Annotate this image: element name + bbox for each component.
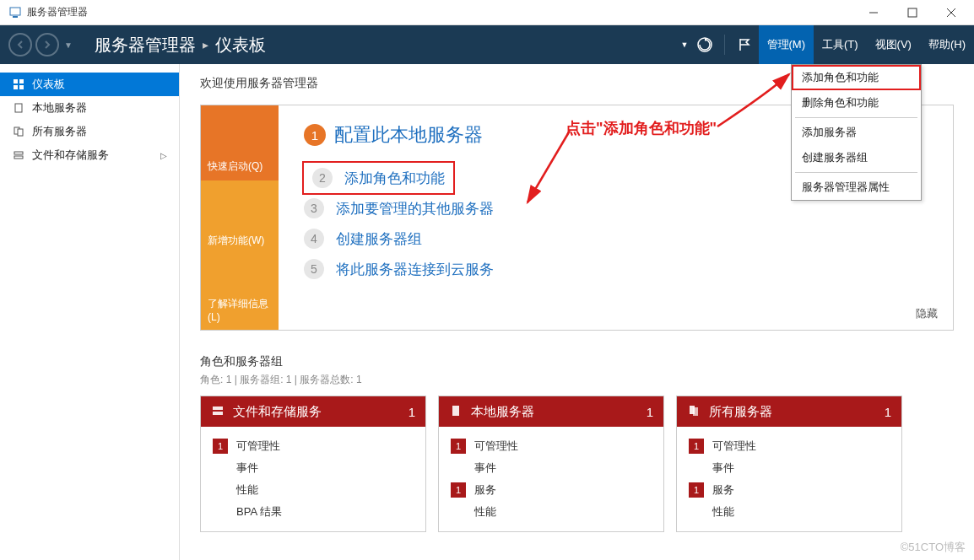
minimize-button[interactable] xyxy=(854,0,893,25)
status-badge xyxy=(213,504,228,520)
menu-view[interactable]: 视图(V) xyxy=(867,25,920,64)
tile-title: 所有服务器 xyxy=(709,404,772,420)
tile-file-storage[interactable]: 文件和存储服务 1 1可管理性 事件 性能 BPA 结果 xyxy=(200,396,426,532)
status-badge xyxy=(213,460,228,476)
tile-row-label: 性能 xyxy=(712,504,734,520)
tile-body: 1可管理性 事件 1服务 性能 xyxy=(439,427,663,531)
groups-heading: 角色和服务器组 xyxy=(200,354,954,369)
step-label: 创建服务器组 xyxy=(336,229,422,249)
hide-link[interactable]: 隐藏 xyxy=(916,306,938,321)
menu-tools[interactable]: 工具(T) xyxy=(814,25,867,64)
tile-body: 1可管理性 事件 性能 BPA 结果 xyxy=(201,427,425,531)
tile-row-label: 可管理性 xyxy=(474,439,518,454)
tile-row[interactable]: 1可管理性 xyxy=(451,435,652,457)
tile-row[interactable]: 事件 xyxy=(213,457,414,479)
step-label: 添加要管理的其他服务器 xyxy=(336,199,494,218)
svg-rect-16 xyxy=(213,407,223,410)
tile-row-label: 可管理性 xyxy=(712,439,756,454)
nav-back-button[interactable] xyxy=(8,33,32,57)
tile-row-label: 事件 xyxy=(474,460,496,476)
tile-count: 1 xyxy=(647,405,653,419)
dropdown-separator xyxy=(795,117,917,118)
tile-row-label: 可管理性 xyxy=(236,439,280,454)
tile-row[interactable]: 性能 xyxy=(213,479,414,501)
dropdown-separator xyxy=(795,172,917,173)
dashboard-icon xyxy=(12,78,25,91)
tile-row[interactable]: 1可管理性 xyxy=(213,435,414,457)
status-badge xyxy=(689,460,704,476)
svg-rect-1 xyxy=(13,16,18,18)
svg-rect-3 xyxy=(908,8,917,17)
breadcrumb-root[interactable]: 服务器管理器 xyxy=(95,34,196,57)
sidebar-item-local-server[interactable]: 本地服务器 xyxy=(0,96,179,120)
tile-row[interactable]: 性能 xyxy=(451,501,652,523)
status-badge xyxy=(213,482,228,498)
status-badge: 1 xyxy=(451,439,466,454)
tile-row[interactable]: 事件 xyxy=(689,457,890,479)
tile-row-label: BPA 结果 xyxy=(236,504,282,520)
dropdown-properties[interactable]: 服务器管理器属性 xyxy=(792,175,921,200)
tile-row-label: 服务 xyxy=(474,482,496,498)
nav-dropdown-icon[interactable]: ▼ xyxy=(64,40,73,50)
tile-row[interactable]: 1服务 xyxy=(451,479,652,501)
manage-dropdown: 添加角色和功能 删除角色和功能 添加服务器 创建服务器组 服务器管理器属性 xyxy=(791,64,922,201)
config-heading-text[interactable]: 配置此本地服务器 xyxy=(334,122,483,148)
step-number-1: 1 xyxy=(304,124,326,146)
sidebar-item-all-servers[interactable]: 所有服务器 xyxy=(0,120,179,143)
window-title: 服务器管理器 xyxy=(27,5,854,19)
svg-rect-0 xyxy=(10,8,20,15)
status-badge: 1 xyxy=(213,439,228,454)
svg-rect-10 xyxy=(19,85,24,89)
watermark: ©51CTO博客 xyxy=(901,540,966,555)
tile-row[interactable]: 事件 xyxy=(451,457,652,479)
maximize-button[interactable] xyxy=(893,0,932,25)
tile-row[interactable]: 1可管理性 xyxy=(689,435,890,457)
refresh-icon[interactable] xyxy=(690,25,719,64)
tile-row[interactable]: 性能 xyxy=(689,501,890,523)
step-connect-cloud[interactable]: 5 将此服务器连接到云服务 xyxy=(304,254,928,284)
tab-quickstart[interactable]: 快速启动(Q) xyxy=(201,105,279,180)
divider xyxy=(724,35,725,55)
dropdown-create-group[interactable]: 创建服务器组 xyxy=(792,145,921,170)
dropdown-add-server[interactable]: 添加服务器 xyxy=(792,120,921,145)
step-label: 添加角色和功能 xyxy=(344,169,445,188)
nav-forward-button[interactable] xyxy=(35,33,59,57)
sidebar-label: 仪表板 xyxy=(32,77,65,92)
sidebar-item-dashboard[interactable]: 仪表板 xyxy=(0,73,179,96)
step-add-roles[interactable]: 2 添加角色和功能 xyxy=(304,163,453,193)
close-button[interactable] xyxy=(932,0,971,25)
breadcrumb-separator-icon: ▸ xyxy=(203,38,208,51)
step-create-group[interactable]: 4 创建服务器组 xyxy=(304,223,928,254)
storage-icon xyxy=(12,148,25,162)
tile-row-label: 性能 xyxy=(236,482,258,498)
titlebar: 服务器管理器 xyxy=(0,0,974,25)
dropdown-remove-roles[interactable]: 删除角色和功能 xyxy=(792,90,921,116)
svg-rect-20 xyxy=(693,407,698,416)
flag-icon[interactable] xyxy=(730,25,759,64)
tile-count: 1 xyxy=(409,405,415,419)
tile-all-servers[interactable]: 所有服务器 1 1可管理性 事件 1服务 性能 xyxy=(676,396,902,532)
sidebar-label: 所有服务器 xyxy=(32,124,87,139)
servers-icon xyxy=(12,125,25,138)
refresh-dropdown-icon[interactable]: ▼ xyxy=(681,40,689,49)
tile-row-label: 服务 xyxy=(712,482,734,498)
menu-manage[interactable]: 管理(M) xyxy=(759,25,814,64)
storage-icon xyxy=(211,404,225,420)
menu-help[interactable]: 帮助(H) xyxy=(920,25,974,64)
tab-whatsnew[interactable]: 新增功能(W) xyxy=(201,180,279,256)
tile-row[interactable]: 1服务 xyxy=(689,479,890,501)
step-number-2: 2 xyxy=(312,168,333,188)
tile-local-server[interactable]: 本地服务器 1 1可管理性 事件 1服务 性能 xyxy=(438,396,664,532)
dropdown-add-roles[interactable]: 添加角色和功能 xyxy=(792,65,921,90)
tile-row[interactable]: BPA 结果 xyxy=(213,501,414,523)
annotation-text: 点击"添加角色和功能" xyxy=(565,118,717,138)
chevron-right-icon: ▷ xyxy=(160,151,167,160)
tile-body: 1可管理性 事件 1服务 性能 xyxy=(677,427,901,531)
sidebar-item-file-storage[interactable]: 文件和存储服务 ▷ xyxy=(0,143,179,167)
server-icon xyxy=(12,101,25,115)
sidebar-label: 本地服务器 xyxy=(32,100,87,116)
step-label: 将此服务器连接到云服务 xyxy=(336,260,494,279)
status-badge xyxy=(451,504,466,520)
tab-learnmore[interactable]: 了解详细信息(L) xyxy=(201,255,279,330)
app-icon xyxy=(8,6,22,19)
